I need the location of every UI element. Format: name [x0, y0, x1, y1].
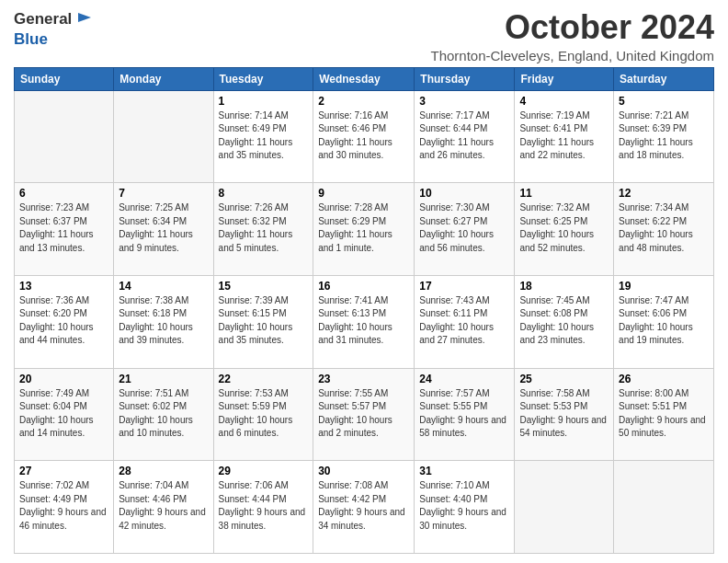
calendar-cell: 8Sunrise: 7:26 AM Sunset: 6:32 PM Daylig…	[213, 183, 313, 276]
calendar-week-row: 13Sunrise: 7:36 AM Sunset: 6:20 PM Dayli…	[15, 275, 714, 368]
calendar-cell	[614, 461, 714, 554]
day-info: Sunrise: 7:55 AM Sunset: 5:57 PM Dayligh…	[318, 387, 409, 441]
day-info: Sunrise: 7:19 AM Sunset: 6:41 PM Dayligh…	[519, 109, 609, 163]
logo: General Blue	[14, 9, 91, 48]
day-info: Sunrise: 7:10 AM Sunset: 4:40 PM Dayligh…	[419, 479, 509, 533]
calendar-cell: 4Sunrise: 7:19 AM Sunset: 6:41 PM Daylig…	[515, 90, 614, 183]
day-number: 19	[619, 280, 709, 293]
calendar-cell: 15Sunrise: 7:39 AM Sunset: 6:15 PM Dayli…	[213, 275, 313, 368]
day-number: 4	[519, 95, 609, 108]
day-info: Sunrise: 7:41 AM Sunset: 6:13 PM Dayligh…	[318, 294, 409, 348]
day-number: 9	[318, 187, 409, 200]
calendar-week-row: 20Sunrise: 7:49 AM Sunset: 6:04 PM Dayli…	[15, 368, 714, 461]
day-number: 12	[619, 187, 709, 200]
day-number: 8	[219, 187, 309, 200]
day-number: 2	[318, 95, 409, 108]
day-info: Sunrise: 8:00 AM Sunset: 5:51 PM Dayligh…	[619, 387, 709, 441]
day-number: 7	[119, 187, 208, 200]
location: Thornton-Cleveleys, England, United King…	[430, 48, 714, 63]
calendar-cell: 31Sunrise: 7:10 AM Sunset: 4:40 PM Dayli…	[415, 461, 515, 554]
calendar-cell: 27Sunrise: 7:02 AM Sunset: 4:49 PM Dayli…	[15, 461, 114, 554]
day-number: 16	[318, 280, 409, 293]
day-number: 30	[318, 465, 409, 477]
calendar-cell: 7Sunrise: 7:25 AM Sunset: 6:34 PM Daylig…	[114, 183, 213, 276]
calendar-week-row: 6Sunrise: 7:23 AM Sunset: 6:37 PM Daylig…	[15, 183, 714, 276]
day-info: Sunrise: 7:38 AM Sunset: 6:18 PM Dayligh…	[119, 294, 208, 348]
day-info: Sunrise: 7:17 AM Sunset: 6:44 PM Dayligh…	[419, 109, 509, 163]
calendar-cell: 28Sunrise: 7:04 AM Sunset: 4:46 PM Dayli…	[114, 461, 213, 554]
title-section: October 2024 Thornton-Cleveleys, England…	[430, 9, 714, 63]
day-number: 28	[119, 465, 208, 477]
day-number: 31	[419, 465, 509, 477]
col-sunday: Sunday	[15, 67, 114, 90]
calendar-week-row: 27Sunrise: 7:02 AM Sunset: 4:49 PM Dayli…	[15, 461, 714, 554]
day-number: 10	[419, 187, 509, 200]
day-number: 27	[19, 465, 108, 477]
col-tuesday: Tuesday	[213, 67, 313, 90]
calendar-cell: 23Sunrise: 7:55 AM Sunset: 5:57 PM Dayli…	[313, 368, 415, 461]
calendar-cell: 19Sunrise: 7:47 AM Sunset: 6:06 PM Dayli…	[614, 275, 714, 368]
day-info: Sunrise: 7:32 AM Sunset: 6:25 PM Dayligh…	[519, 201, 609, 255]
col-wednesday: Wednesday	[313, 67, 415, 90]
day-number: 24	[419, 373, 509, 385]
page-header: General Blue October 2024 Thornton-Cleve…	[14, 9, 714, 63]
day-info: Sunrise: 7:14 AM Sunset: 6:49 PM Dayligh…	[219, 109, 309, 163]
col-monday: Monday	[114, 67, 213, 90]
calendar-cell: 5Sunrise: 7:21 AM Sunset: 6:39 PM Daylig…	[614, 90, 714, 183]
calendar-cell: 10Sunrise: 7:30 AM Sunset: 6:27 PM Dayli…	[415, 183, 515, 276]
calendar-cell: 30Sunrise: 7:08 AM Sunset: 4:42 PM Dayli…	[313, 461, 415, 554]
day-info: Sunrise: 7:53 AM Sunset: 5:59 PM Dayligh…	[219, 387, 309, 441]
calendar-table: Sunday Monday Tuesday Wednesday Thursday…	[14, 67, 714, 554]
calendar-cell: 25Sunrise: 7:58 AM Sunset: 5:53 PM Dayli…	[515, 368, 614, 461]
day-number: 3	[419, 95, 509, 108]
day-info: Sunrise: 7:26 AM Sunset: 6:32 PM Dayligh…	[219, 201, 309, 255]
day-number: 29	[219, 465, 309, 477]
day-number: 23	[318, 373, 409, 385]
day-number: 20	[19, 373, 108, 385]
calendar-cell	[114, 90, 213, 183]
day-info: Sunrise: 7:34 AM Sunset: 6:22 PM Dayligh…	[619, 201, 709, 255]
day-number: 18	[519, 280, 609, 293]
col-friday: Friday	[515, 67, 614, 90]
calendar-cell: 16Sunrise: 7:41 AM Sunset: 6:13 PM Dayli…	[313, 275, 415, 368]
calendar-cell: 1Sunrise: 7:14 AM Sunset: 6:49 PM Daylig…	[213, 90, 313, 183]
day-info: Sunrise: 7:36 AM Sunset: 6:20 PM Dayligh…	[19, 294, 108, 348]
day-number: 22	[219, 373, 309, 385]
day-number: 25	[519, 373, 609, 385]
svg-marker-0	[78, 13, 91, 22]
calendar-cell: 17Sunrise: 7:43 AM Sunset: 6:11 PM Dayli…	[415, 275, 515, 368]
day-info: Sunrise: 7:30 AM Sunset: 6:27 PM Dayligh…	[419, 201, 509, 255]
calendar-cell: 21Sunrise: 7:51 AM Sunset: 6:02 PM Dayli…	[114, 368, 213, 461]
calendar-header-row: Sunday Monday Tuesday Wednesday Thursday…	[15, 67, 714, 90]
calendar-cell: 24Sunrise: 7:57 AM Sunset: 5:55 PM Dayli…	[415, 368, 515, 461]
calendar-cell: 18Sunrise: 7:45 AM Sunset: 6:08 PM Dayli…	[515, 275, 614, 368]
day-info: Sunrise: 7:49 AM Sunset: 6:04 PM Dayligh…	[19, 387, 108, 441]
calendar-cell: 26Sunrise: 8:00 AM Sunset: 5:51 PM Dayli…	[614, 368, 714, 461]
day-info: Sunrise: 7:28 AM Sunset: 6:29 PM Dayligh…	[318, 201, 409, 255]
day-number: 26	[619, 373, 709, 385]
day-number: 6	[19, 187, 108, 200]
day-info: Sunrise: 7:23 AM Sunset: 6:37 PM Dayligh…	[19, 201, 108, 255]
day-number: 14	[119, 280, 208, 293]
day-number: 13	[19, 280, 108, 293]
day-number: 15	[219, 280, 309, 293]
day-info: Sunrise: 7:08 AM Sunset: 4:42 PM Dayligh…	[318, 479, 409, 533]
calendar-cell: 22Sunrise: 7:53 AM Sunset: 5:59 PM Dayli…	[213, 368, 313, 461]
day-info: Sunrise: 7:51 AM Sunset: 6:02 PM Dayligh…	[119, 387, 208, 441]
calendar-cell: 3Sunrise: 7:17 AM Sunset: 6:44 PM Daylig…	[415, 90, 515, 183]
col-thursday: Thursday	[415, 67, 515, 90]
day-number: 1	[219, 95, 309, 108]
calendar-cell: 14Sunrise: 7:38 AM Sunset: 6:18 PM Dayli…	[114, 275, 213, 368]
day-info: Sunrise: 7:06 AM Sunset: 4:44 PM Dayligh…	[219, 479, 309, 533]
day-info: Sunrise: 7:04 AM Sunset: 4:46 PM Dayligh…	[119, 479, 208, 533]
calendar-cell: 9Sunrise: 7:28 AM Sunset: 6:29 PM Daylig…	[313, 183, 415, 276]
day-info: Sunrise: 7:21 AM Sunset: 6:39 PM Dayligh…	[619, 109, 709, 163]
day-info: Sunrise: 7:45 AM Sunset: 6:08 PM Dayligh…	[519, 294, 609, 348]
calendar-cell: 2Sunrise: 7:16 AM Sunset: 6:46 PM Daylig…	[313, 90, 415, 183]
day-info: Sunrise: 7:58 AM Sunset: 5:53 PM Dayligh…	[519, 387, 609, 441]
col-saturday: Saturday	[614, 67, 714, 90]
calendar-cell: 20Sunrise: 7:49 AM Sunset: 6:04 PM Dayli…	[15, 368, 114, 461]
calendar-cell: 6Sunrise: 7:23 AM Sunset: 6:37 PM Daylig…	[15, 183, 114, 276]
calendar-cell	[15, 90, 114, 183]
day-number: 11	[519, 187, 609, 200]
